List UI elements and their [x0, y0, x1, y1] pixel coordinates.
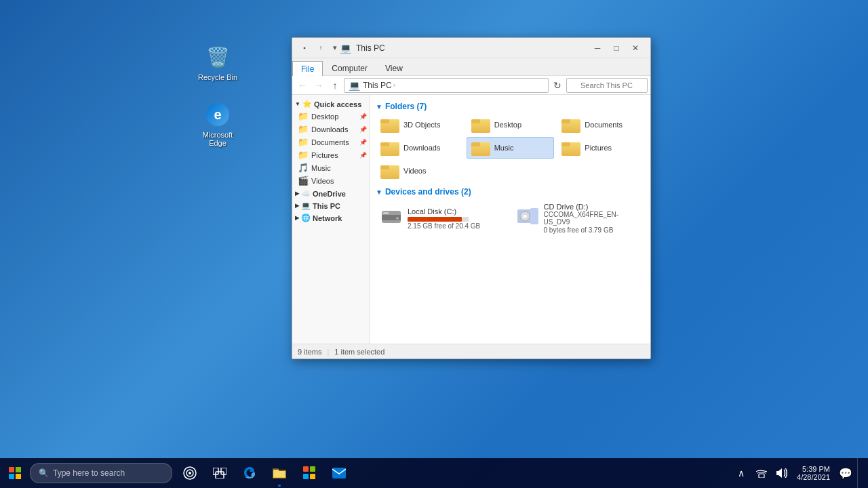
- folders-section-header[interactable]: ▼ Folders (7): [376, 102, 645, 111]
- close-button[interactable]: ✕: [626, 40, 645, 56]
- folder-desktop-label: Desktop: [494, 121, 521, 129]
- music-icon: 🎵: [298, 163, 309, 173]
- drives-section-header[interactable]: ▼ Devices and drives (2): [376, 187, 645, 197]
- drive-cd[interactable]: CD Drive (D:) CCCOMA_X64FRE_EN-US_DV9 0 …: [512, 199, 646, 237]
- taskbar-app-cortana[interactable]: [175, 458, 205, 488]
- taskbar-volume-icon[interactable]: [772, 462, 791, 484]
- taskbar-search-icon: 🔍: [39, 468, 49, 478]
- nav-item-desktop[interactable]: 📁 Desktop 📌: [292, 110, 370, 123]
- desktop-icon-edge[interactable]: e Microsoft Edge: [193, 98, 242, 150]
- nav-item-videos[interactable]: 🎬 Videos: [292, 174, 370, 187]
- folder-icon: 📁: [298, 124, 309, 134]
- svg-point-8: [521, 212, 529, 215]
- folders-grid: 3D Objects Desktop Documents Downloads: [376, 114, 645, 182]
- nav-quick-access-header[interactable]: ▼ ⭐ Quick access: [292, 98, 370, 110]
- desktop-icon-recycle-bin[interactable]: 🗑️ Recycle Bin: [193, 41, 242, 84]
- folder-music-label: Music: [494, 144, 514, 152]
- folder-3d-objects-label: 3D Objects: [403, 121, 440, 129]
- svg-rect-24: [759, 474, 764, 478]
- folder-videos[interactable]: Videos: [376, 160, 464, 182]
- folder-pictures[interactable]: Pictures: [557, 137, 645, 159]
- tab-view[interactable]: View: [376, 60, 412, 75]
- cd-drive-sublabel: CCCOMA_X64FRE_EN-US_DV9: [544, 211, 641, 226]
- taskbar-app-edge[interactable]: [235, 458, 264, 488]
- nav-thispc-header[interactable]: ▶ 💻 This PC: [292, 199, 370, 211]
- svg-rect-18: [216, 472, 224, 479]
- tab-file[interactable]: File: [292, 61, 323, 76]
- drives-expand-arrow: ▼: [376, 188, 382, 196]
- tab-computer[interactable]: Computer: [323, 60, 376, 75]
- clock-date: 4/28/2021: [797, 473, 830, 481]
- folder-music-icon: [471, 140, 490, 156]
- nav-quick-access-label: Quick access: [314, 100, 361, 108]
- taskbar-search-placeholder: Type here to search: [53, 468, 125, 478]
- search-wrapper: 🔍: [566, 78, 648, 93]
- svg-rect-3: [383, 212, 389, 214]
- local-disk-info: Local Disk (C:) 2.15 GB free of 20.4 GB: [408, 207, 480, 230]
- title-controls: ─ □ ✕: [588, 40, 645, 56]
- nav-item-music[interactable]: 🎵 Music: [292, 161, 370, 174]
- nav-item-downloads[interactable]: 📁 Downloads 📌: [292, 123, 370, 136]
- nav-item-pictures[interactable]: 📁 Pictures 📌: [292, 148, 370, 161]
- svg-rect-12: [16, 474, 21, 479]
- folder-desktop[interactable]: Desktop: [467, 114, 555, 136]
- folder-documents[interactable]: Documents: [557, 114, 645, 136]
- svg-rect-10: [16, 467, 21, 472]
- svg-point-7: [523, 214, 526, 218]
- desktop: 🗑️ Recycle Bin e Microsoft Edge ▪ ↑ ▾ 💻 …: [0, 0, 868, 488]
- address-path[interactable]: 💻 This PC ›: [344, 78, 549, 93]
- folder-3d-objects[interactable]: 3D Objects: [376, 114, 464, 136]
- address-chevron: ›: [393, 81, 395, 89]
- nav-pane: ▼ ⭐ Quick access 📁 Desktop 📌 📁 Downloads…: [292, 95, 370, 344]
- recycle-bin-label: Recycle Bin: [198, 73, 237, 81]
- pin-icon: 📌: [359, 126, 367, 133]
- cd-drive-name: CD Drive (D:): [544, 203, 641, 211]
- drives-grid: Local Disk (C:) 2.15 GB free of 20.4 GB: [376, 199, 645, 237]
- taskbar: 🔍 Type here to search: [0, 458, 868, 488]
- nav-network-header[interactable]: ▶ 🌐 Network: [292, 211, 370, 224]
- start-button[interactable]: [0, 458, 30, 488]
- taskbar-show-hidden-icons[interactable]: ∧: [732, 462, 751, 484]
- folder-downloads-label: Downloads: [403, 144, 440, 152]
- toolbar-btn-1[interactable]: ▪: [298, 42, 311, 54]
- taskbar-clock[interactable]: 5:39 PM 4/28/2021: [793, 464, 834, 483]
- folder-desktop-icon: [471, 117, 490, 133]
- pin-icon: 📌: [359, 139, 367, 146]
- maximize-button[interactable]: □: [607, 40, 626, 56]
- search-input[interactable]: [566, 78, 648, 93]
- up-button[interactable]: ↑: [328, 78, 342, 93]
- taskbar-app-mail[interactable]: [324, 458, 354, 488]
- taskbar-show-desktop[interactable]: [857, 458, 863, 488]
- status-separator: |: [327, 348, 329, 356]
- folder-documents-label: Documents: [585, 121, 623, 129]
- svg-rect-20: [310, 466, 315, 472]
- edge-label: Microsoft Edge: [196, 131, 239, 147]
- nav-onedrive-header[interactable]: ▶ ☁️ OneDrive: [292, 187, 370, 199]
- drive-local-disk[interactable]: Local Disk (C:) 2.15 GB free of 20.4 GB: [376, 199, 509, 237]
- nav-thispc-label: This PC: [313, 202, 340, 210]
- taskbar-network-icon[interactable]: [752, 462, 771, 484]
- hard-drive-icon: [380, 205, 402, 232]
- pin-icon: 📌: [359, 113, 367, 120]
- folder-downloads[interactable]: Downloads: [376, 137, 464, 159]
- forward-button[interactable]: →: [311, 78, 326, 93]
- taskbar-center: [175, 458, 354, 488]
- svg-rect-23: [332, 468, 346, 479]
- toolbar-btn-2[interactable]: ↑: [314, 42, 328, 54]
- address-bar: ← → ↑ 💻 This PC › ↻ 🔍: [292, 76, 650, 95]
- local-disk-bar-fill: [408, 217, 462, 222]
- local-disk-bar-container: [408, 217, 469, 222]
- folder-documents-icon: [561, 117, 580, 133]
- folders-section-label: Folders (7): [385, 102, 427, 111]
- folder-music[interactable]: Music: [467, 137, 555, 159]
- taskbar-app-taskview[interactable]: [205, 458, 235, 488]
- back-button[interactable]: ←: [295, 78, 310, 93]
- minimize-button[interactable]: ─: [588, 40, 607, 56]
- nav-item-documents[interactable]: 📁 Documents 📌: [292, 136, 370, 148]
- taskbar-app-store[interactable]: [294, 458, 324, 488]
- refresh-button[interactable]: ↻: [550, 78, 565, 93]
- ribbon-tabs: File Computer View: [292, 58, 650, 76]
- taskbar-notification-icon[interactable]: 💬: [835, 458, 856, 488]
- taskbar-app-file-explorer[interactable]: [264, 458, 294, 488]
- taskbar-search-bar[interactable]: 🔍 Type here to search: [30, 463, 172, 483]
